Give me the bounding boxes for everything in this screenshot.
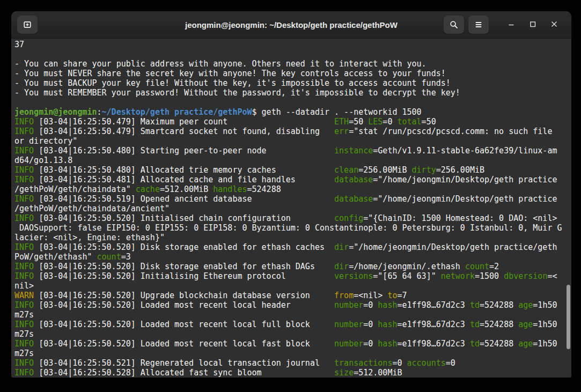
terminal-line: - You can share your public address with… <box>14 59 571 69</box>
terminal-line: INFO [03-04|16:25:50.520] Disk storage e… <box>14 242 571 252</box>
terminal-line: INFO [03-04|16:25:50.520] Loaded most re… <box>14 300 571 310</box>
terminal-line: - You must REMEMBER your password! Witho… <box>14 88 571 98</box>
maximize-button[interactable] <box>522 16 543 34</box>
terminal-line: INFO [03-04|16:25:50.520] Loaded most re… <box>14 320 571 329</box>
terminal-line: INFO [03-04|16:25:50.519] Opened ancient… <box>14 194 571 204</box>
terminal-line: - You must NEVER share the secret key wi… <box>14 69 571 78</box>
scrollbar-thumb[interactable] <box>567 285 570 349</box>
search-button[interactable] <box>444 16 464 34</box>
terminal-line: DAOSupport: false EIP150: 0 EIP155: 0 EI… <box>14 223 571 233</box>
terminal-line: /gethPoW/geth/chaindata/ancient" <box>14 204 571 213</box>
terminal-line: INFO [03-04|16:25:50.481] Allocated cach… <box>14 175 571 184</box>
terminal-window: jeongmin@jeongmin: ~/Desktop/geth practi… <box>11 11 571 378</box>
terminal-line: INFO [03-04|16:25:50.520] Disk storage e… <box>14 262 571 271</box>
terminal-line: - You must BACKUP your key file! Without… <box>14 78 571 88</box>
terminal-line: INFO [03-04|16:25:50.520] Initialised ch… <box>14 213 571 223</box>
minimize-button[interactable] <box>501 16 522 34</box>
desktop: { "window": { "title": "jeongmin@jeongmi… <box>0 0 581 392</box>
titlebar-controls <box>444 16 565 34</box>
terminal-line: m27s <box>14 329 571 339</box>
terminal-line: /gethPoW/geth/chaindata" cache=512.00MiB… <box>14 184 571 194</box>
minimize-icon <box>507 20 516 30</box>
terminal-line: INFO [03-04|16:25:50.528] Allocated fast… <box>14 368 571 378</box>
terminal-line: INFO [03-04|16:25:50.520] Initialising E… <box>14 271 571 281</box>
close-icon <box>550 20 558 30</box>
terminal-line: nil> <box>14 281 571 291</box>
terminal-line: jeongmin@jeongmin:~/Desktop/geth practic… <box>14 107 571 117</box>
terminal-line: INFO [03-04|16:25:50.479] Maximum peer c… <box>14 117 571 127</box>
close-button[interactable] <box>543 16 565 34</box>
new-tab-icon <box>23 20 32 29</box>
terminal-line: 37 <box>14 40 571 49</box>
terminal-line: d64/go1.13.8 <box>14 156 571 165</box>
terminal-line: INFO [03-04|16:25:50.480] Allocated trie… <box>14 165 571 175</box>
terminal-line: INFO [03-04|16:25:50.480] Starting peer-… <box>14 146 571 156</box>
menu-icon <box>474 20 483 29</box>
terminal-line: m27s <box>14 349 571 358</box>
menu-button[interactable] <box>468 16 489 34</box>
terminal-line: WARN [03-04|16:25:50.520] Upgrade blockc… <box>14 291 571 300</box>
terminal-line <box>14 98 571 107</box>
terminal-line: or directory" <box>14 136 571 146</box>
terminal-output[interactable]: 37- You can share your public address wi… <box>11 39 571 378</box>
new-tab-button[interactable] <box>17 16 38 34</box>
terminal-line: INFO [03-04|16:25:50.479] Smartcard sock… <box>14 127 571 136</box>
terminal-line: PoW/geth/ethash" count=3 <box>14 252 571 262</box>
terminal-line: INFO [03-04|16:25:50.521] Regenerated lo… <box>14 358 571 368</box>
terminal-line: m27s <box>14 310 571 320</box>
titlebar[interactable]: jeongmin@jeongmin: ~/Desktop/geth practi… <box>11 11 571 39</box>
terminal-line: lacier: <nil>, Engine: ethash}" <box>14 233 571 242</box>
search-icon <box>449 20 459 29</box>
terminal-line: INFO [03-04|16:25:50.520] Loaded most re… <box>14 339 571 349</box>
maximize-icon <box>528 20 537 30</box>
terminal-line <box>14 49 571 59</box>
